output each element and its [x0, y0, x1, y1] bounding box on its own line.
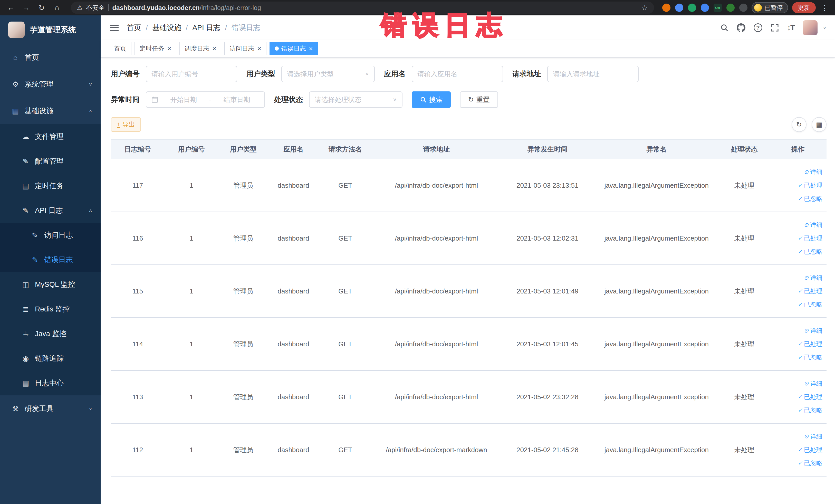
- profile-paused-chip[interactable]: 已暂停: [752, 2, 788, 13]
- tab-close-icon[interactable]: ×: [309, 45, 313, 52]
- date-range-picker[interactable]: 开始日期 - 结束日期: [146, 92, 265, 108]
- browser-menu-icon[interactable]: ⋮: [820, 3, 830, 12]
- tab-home[interactable]: 首页: [109, 42, 131, 55]
- sidebar-item-trace[interactable]: ◉链路追踪: [0, 346, 101, 371]
- home-icon[interactable]: ⌂: [51, 2, 63, 13]
- column-header: 用户编号: [165, 139, 218, 159]
- cell-time: 2021-05-02 23:32:28: [501, 370, 594, 423]
- action-detail-link[interactable]: ⊙详细: [771, 377, 822, 390]
- tab-job-log[interactable]: 调度日志×: [179, 42, 221, 55]
- sidebar-item-access-log[interactable]: ✎访问日志: [0, 223, 101, 247]
- reload-icon[interactable]: ↻: [36, 2, 47, 13]
- tab-access-log[interactable]: 访问日志×: [224, 42, 266, 55]
- extension-icon-leaf[interactable]: [727, 4, 735, 12]
- breadcrumb-item[interactable]: 基础设施: [152, 23, 181, 33]
- request-url-field[interactable]: [547, 66, 639, 82]
- tab-close-icon[interactable]: ×: [257, 45, 261, 52]
- action-processed-link[interactable]: ✓已处理: [771, 337, 822, 351]
- grid-icon: ▦: [11, 107, 20, 115]
- avatar-caret-icon[interactable]: ∨: [823, 25, 827, 30]
- end-date-input[interactable]: 结束日期: [214, 95, 259, 104]
- tab-job[interactable]: 定时任务×: [135, 42, 176, 55]
- extension-icon-orange[interactable]: [662, 4, 670, 12]
- tab-error-log[interactable]: 错误日志×: [269, 42, 318, 55]
- chevron-down-icon: ∨: [365, 72, 369, 77]
- cell-url: /api/infra/db-doc/export-html: [372, 265, 501, 318]
- cell-id: 112: [111, 423, 165, 476]
- sidebar-item-infra[interactable]: ▦基础设施∧: [0, 98, 101, 124]
- help-icon[interactable]: ?: [754, 23, 762, 32]
- sidebar-item-java[interactable]: ☕Java 监控: [0, 321, 101, 346]
- action-ignored-link[interactable]: ✓已忽略: [771, 298, 822, 311]
- bookmark-star-icon[interactable]: ☆: [641, 4, 648, 12]
- search-button[interactable]: 搜索: [412, 92, 451, 108]
- refresh-button[interactable]: ↻: [792, 117, 807, 132]
- export-button[interactable]: ↑ 导出: [111, 117, 141, 132]
- reset-button[interactable]: ↻ 重置: [460, 92, 498, 108]
- check: ✓: [798, 245, 802, 258]
- extension-on-badge[interactable]: on: [714, 4, 722, 12]
- tab-close-icon[interactable]: ×: [212, 45, 216, 52]
- action-processed-link[interactable]: ✓已处理: [771, 231, 822, 245]
- update-button[interactable]: 更新: [792, 2, 816, 13]
- forward-icon[interactable]: →: [21, 2, 32, 13]
- search-icon[interactable]: [720, 24, 729, 32]
- github-icon[interactable]: [737, 23, 746, 32]
- doc-icon: ✎: [31, 256, 39, 264]
- sidebar-item-error-log[interactable]: ✎错误日志: [0, 247, 101, 272]
- back-icon[interactable]: ←: [5, 2, 16, 13]
- user-id-field[interactable]: [146, 66, 237, 82]
- start-date-input[interactable]: 开始日期: [161, 95, 206, 104]
- action-detail-link[interactable]: ⊙详细: [771, 324, 822, 337]
- address-bar[interactable]: ⚠ 不安全 dashboard.yudao.iocoder.cn/infra/l…: [71, 2, 654, 14]
- user-type-select[interactable]: 请选择用户类型 ∨: [281, 66, 375, 82]
- breadcrumb-item[interactable]: API 日志: [192, 23, 221, 33]
- request-url-input[interactable]: [553, 70, 633, 78]
- action-processed-link[interactable]: ✓已处理: [771, 390, 822, 404]
- extension-icon-blue-grid[interactable]: [701, 4, 709, 12]
- extension-icon-green-circle[interactable]: [688, 4, 696, 12]
- cell-exception: java.lang.IllegalArgumentException: [594, 318, 719, 370]
- sidebar-item-label: Redis 监控: [35, 304, 69, 314]
- sidebar-item-job[interactable]: ▤定时任务: [0, 174, 101, 198]
- action-detail-link[interactable]: ⊙详细: [771, 165, 822, 179]
- action-processed-link[interactable]: ✓已处理: [771, 179, 822, 192]
- sidebar-item-dev-tools[interactable]: ⚒研发工具∨: [0, 396, 101, 422]
- user-avatar[interactable]: [803, 20, 817, 35]
- action-detail-link[interactable]: ⊙详细: [771, 218, 822, 231]
- extension-icon-blue-drop[interactable]: [675, 4, 683, 12]
- breadcrumb-item[interactable]: 首页: [127, 23, 141, 33]
- sidebar-logo[interactable]: 芋道管理系统: [0, 15, 101, 44]
- sidebar-item-label: 访问日志: [44, 230, 73, 240]
- process-status-select[interactable]: 请选择处理状态 ∨: [309, 92, 403, 108]
- sidebar-item-redis[interactable]: ≣Redis 监控: [0, 297, 101, 321]
- sidebar-item-system[interactable]: ⚙系统管理∨: [0, 71, 101, 98]
- sidebar-item-api-log[interactable]: ✎API 日志∧: [0, 198, 101, 223]
- cell-user_type: 管理员: [218, 370, 268, 423]
- action-ignored-link[interactable]: ✓已忽略: [771, 192, 822, 205]
- fullscreen-icon[interactable]: [771, 24, 779, 32]
- action-ignored-link[interactable]: ✓已忽略: [771, 457, 822, 470]
- action-processed-link[interactable]: ✓已处理: [771, 443, 822, 457]
- user-id-input[interactable]: [151, 70, 231, 78]
- action-ignored-link[interactable]: ✓已忽略: [771, 245, 822, 258]
- sidebar-item-log-center[interactable]: ▤日志中心: [0, 371, 101, 396]
- action-detail-link[interactable]: ⊙详细: [771, 430, 822, 443]
- tab-close-icon[interactable]: ×: [167, 45, 171, 52]
- action-processed-link[interactable]: ✓已处理: [771, 284, 822, 298]
- page-content: 用户编号 用户类型 请选择用户类型 ∨ 应用名: [101, 58, 835, 504]
- action-ignored-link[interactable]: ✓已忽略: [771, 404, 822, 417]
- url-path: /infra/log/api-error-log: [200, 4, 261, 11]
- app-name-input[interactable]: [418, 70, 497, 78]
- extension-icon-dark[interactable]: [739, 4, 748, 12]
- hamburger-icon[interactable]: [109, 23, 120, 33]
- sidebar-item-mysql[interactable]: ◫MySQL 监控: [0, 272, 101, 297]
- sidebar-item-home[interactable]: ⌂首页: [0, 44, 101, 71]
- action-detail-link[interactable]: ⊙详细: [771, 271, 822, 284]
- action-ignored-link[interactable]: ✓已忽略: [771, 351, 822, 364]
- column-settings-button[interactable]: ▦: [812, 117, 827, 132]
- font-size-icon[interactable]: ↕T: [787, 23, 794, 32]
- app-name-field[interactable]: [412, 66, 503, 82]
- sidebar-item-file[interactable]: ☁文件管理: [0, 124, 101, 149]
- sidebar-item-config[interactable]: ✎配置管理: [0, 149, 101, 174]
